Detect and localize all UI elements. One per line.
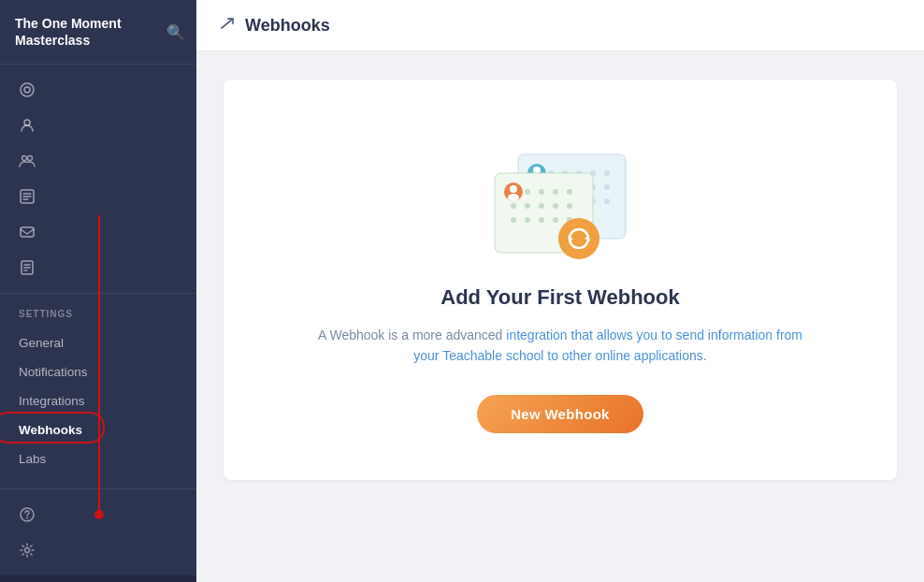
svg-point-37	[567, 189, 572, 195]
help-icon-item[interactable]	[0, 497, 196, 532]
nav-webhooks[interactable]: Webhooks	[0, 415, 196, 444]
desc-text-1: A Webhook is a more advanced	[318, 327, 506, 342]
svg-point-38	[511, 203, 516, 209]
svg-point-43	[511, 217, 516, 223]
svg-point-50	[508, 194, 519, 201]
sidebar-item-mail[interactable]	[0, 214, 196, 250]
sidebar-item-content[interactable]	[0, 179, 196, 214]
main-content: Webhooks	[196, 0, 924, 582]
webhooks-label: Webhooks	[19, 423, 82, 437]
sidebar: The One Moment Masterclass 🔍 SETTINGS Ge…	[0, 0, 196, 582]
svg-point-41	[553, 203, 558, 209]
svg-point-51	[558, 218, 599, 259]
sidebar-footer[interactable]: D Discourse Hosting ∧	[0, 575, 196, 582]
svg-point-42	[567, 203, 572, 209]
sidebar-item-files[interactable]	[0, 250, 196, 285]
svg-point-35	[539, 189, 544, 195]
svg-point-4	[28, 156, 33, 161]
sidebar-item-dashboard[interactable]	[0, 72, 196, 108]
nav-general[interactable]: General	[0, 328, 196, 357]
webhooks-page-icon	[219, 15, 236, 36]
svg-point-39	[525, 203, 530, 209]
nav-labs[interactable]: Labs	[0, 444, 196, 473]
svg-point-2	[24, 120, 30, 125]
svg-point-40	[539, 203, 544, 209]
webhook-illustration	[467, 136, 654, 285]
svg-point-1	[24, 87, 30, 93]
webhook-empty-state-card: Add Your First Webhook A Webhook is a mo…	[224, 80, 897, 480]
svg-point-44	[525, 217, 530, 223]
svg-point-9	[25, 548, 30, 553]
svg-point-46	[553, 217, 558, 223]
settings-section-label: SETTINGS	[0, 309, 196, 328]
webhook-card-title: Add Your First Webhook	[440, 285, 679, 310]
search-icon[interactable]: 🔍	[166, 23, 185, 41]
nav-integrations[interactable]: Integrations	[0, 386, 196, 415]
webhook-card-description: A Webhook is a more advanced integration…	[317, 325, 803, 367]
svg-point-28	[604, 198, 610, 204]
sidebar-item-groups[interactable]	[0, 143, 196, 179]
sidebar-bottom-icons	[0, 488, 196, 575]
svg-point-22	[604, 184, 610, 190]
new-webhook-button[interactable]: New Webhook	[477, 395, 643, 433]
sidebar-icon-list	[0, 65, 196, 294]
app-name: The One Moment Masterclass	[15, 15, 166, 49]
svg-point-3	[22, 156, 27, 161]
main-body: Add Your First Webhook A Webhook is a mo…	[196, 51, 924, 582]
page-title: Webhooks	[245, 16, 330, 36]
svg-point-0	[21, 83, 34, 96]
svg-rect-6	[21, 227, 34, 237]
sidebar-header: The One Moment Masterclass 🔍	[0, 0, 196, 65]
svg-point-34	[525, 189, 530, 195]
svg-point-16	[604, 170, 610, 176]
svg-point-36	[553, 189, 558, 195]
settings-nav: SETTINGS General Notifications Integrati…	[0, 294, 196, 488]
svg-point-45	[539, 217, 544, 223]
page-header: Webhooks	[196, 0, 924, 51]
nav-notifications[interactable]: Notifications	[0, 357, 196, 386]
settings-gear-icon-item[interactable]	[0, 532, 196, 568]
sidebar-item-users[interactable]	[0, 108, 196, 143]
svg-point-49	[510, 185, 517, 193]
